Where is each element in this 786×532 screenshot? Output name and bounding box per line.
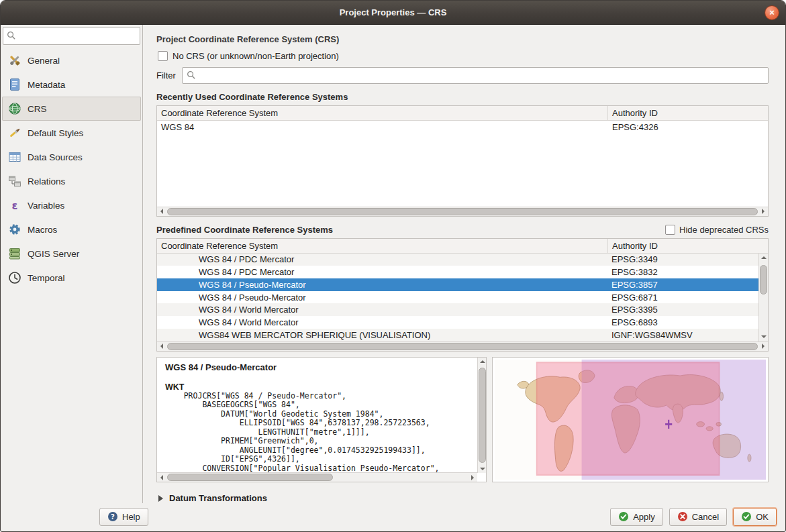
table-icon bbox=[7, 150, 22, 164]
sidebar-item-default-styles[interactable]: Default Styles bbox=[2, 121, 141, 145]
authority-cell: EPSG:6893 bbox=[607, 317, 758, 327]
help-icon: ? bbox=[107, 511, 118, 522]
no-crs-label: No CRS (or unknown/non-Earth projection) bbox=[173, 51, 339, 61]
scroll-left-icon[interactable] bbox=[157, 207, 166, 216]
wkt-text[interactable]: PROJCRS["WGS 84 / Pseudo-Mercator", BASE… bbox=[165, 392, 473, 474]
filter-input[interactable] bbox=[199, 70, 764, 81]
metadata-icon bbox=[7, 77, 22, 92]
sidebar-item-data-sources[interactable]: Data Sources bbox=[2, 145, 141, 169]
relations-icon bbox=[7, 174, 22, 189]
scroll-left-icon[interactable] bbox=[157, 473, 166, 482]
sidebar-search[interactable] bbox=[3, 27, 140, 45]
scrollbar-thumb[interactable] bbox=[167, 208, 758, 215]
sidebar-item-label: Relations bbox=[28, 176, 65, 187]
column-header-authority[interactable]: Authority ID bbox=[608, 106, 768, 120]
search-icon bbox=[187, 70, 195, 81]
sidebar-item-crs[interactable]: CRS bbox=[2, 97, 141, 121]
dialog-button-box: ? Help Apply Cancel OK bbox=[1, 503, 785, 531]
title-bar[interactable]: Project Properties — CRS × bbox=[1, 1, 785, 25]
no-crs-checkbox[interactable] bbox=[158, 51, 168, 61]
scrollbar-thumb[interactable] bbox=[167, 474, 333, 481]
column-header-crs[interactable]: Coordinate Reference System bbox=[157, 239, 608, 253]
recent-crs-table: Coordinate Reference System Authority ID… bbox=[156, 105, 769, 217]
scroll-up-icon[interactable] bbox=[759, 254, 768, 262]
selected-crs-name: WGS 84 / Pseudo-Mercator bbox=[165, 362, 473, 372]
project-properties-dialog: Project Properties — CRS × General bbox=[0, 0, 786, 532]
scroll-right-icon[interactable] bbox=[758, 342, 768, 351]
table-header: Coordinate Reference System Authority ID bbox=[157, 239, 768, 254]
recent-crs-heading: Recently Used Coordinate Reference Syste… bbox=[156, 92, 769, 102]
predefined-crs-table: Coordinate Reference System Authority ID… bbox=[156, 238, 769, 352]
sidebar-item-metadata[interactable]: Metadata bbox=[2, 72, 141, 97]
horizontal-scrollbar[interactable] bbox=[157, 341, 768, 351]
scroll-down-icon[interactable] bbox=[759, 333, 768, 341]
authority-cell: EPSG:4326 bbox=[608, 122, 768, 132]
sidebar-item-label: Data Sources bbox=[28, 152, 83, 162]
column-header-authority[interactable]: Authority ID bbox=[608, 239, 768, 253]
crs-details-panel[interactable]: WGS 84 / Pseudo-Mercator WKT PROJCRS["WG… bbox=[156, 357, 487, 483]
hide-deprecated-checkbox[interactable] bbox=[665, 225, 675, 235]
sidebar-item-macros[interactable]: Macros bbox=[2, 217, 141, 242]
table-row[interactable]: WGS 84 / PDC Mercator EPSG:3349 bbox=[157, 254, 758, 266]
crs-name-cell: WGS 84 / PDC Mercator bbox=[157, 254, 607, 264]
server-icon bbox=[7, 246, 22, 261]
scroll-left-icon[interactable] bbox=[157, 342, 166, 351]
authority-cell: EPSG:3832 bbox=[607, 267, 758, 277]
world-map bbox=[495, 360, 766, 480]
table-body: WGS 84 / PDC Mercator EPSG:3349 WGS 84 /… bbox=[157, 254, 758, 341]
predefined-crs-heading: Predefined Coordinate Reference Systems bbox=[156, 225, 665, 235]
svg-text:ε: ε bbox=[12, 199, 18, 212]
epsilon-icon: ε bbox=[7, 198, 22, 213]
dialog-body: General Metadata bbox=[1, 25, 785, 503]
crs-name-cell: WGS 84 / PDC Mercator bbox=[157, 267, 607, 277]
datum-transformations-expander[interactable]: Datum Transformations bbox=[158, 493, 769, 503]
scrollbar-thumb[interactable] bbox=[760, 265, 767, 295]
sidebar-item-label: Default Styles bbox=[28, 128, 83, 138]
ok-button[interactable]: OK bbox=[733, 508, 777, 526]
sidebar: General Metadata bbox=[1, 25, 143, 503]
vertical-scrollbar[interactable] bbox=[758, 254, 768, 341]
close-icon[interactable]: × bbox=[765, 5, 779, 20]
apply-button-label: Apply bbox=[633, 512, 655, 522]
scrollbar-thumb[interactable] bbox=[479, 368, 486, 464]
cancel-x-icon bbox=[677, 511, 688, 522]
search-icon bbox=[7, 31, 15, 42]
horizontal-scrollbar[interactable] bbox=[157, 207, 768, 216]
wkt-label: WKT bbox=[165, 382, 473, 392]
paintbrush-icon bbox=[7, 125, 22, 140]
apply-button[interactable]: Apply bbox=[610, 508, 663, 526]
sidebar-item-relations[interactable]: Relations bbox=[2, 169, 141, 193]
table-row[interactable]: WGS84 WEB MERCATOR SPHERIQUE (VISUALISAT… bbox=[157, 329, 758, 341]
table-row[interactable]: WGS 84 EPSG:4326 bbox=[157, 121, 768, 134]
sidebar-item-temporal[interactable]: Temporal bbox=[2, 266, 141, 290]
vertical-scrollbar[interactable] bbox=[477, 358, 486, 474]
crs-extent-overlay bbox=[537, 362, 720, 474]
scroll-down-icon[interactable] bbox=[478, 464, 487, 473]
scrollbar-thumb[interactable] bbox=[167, 343, 758, 350]
sidebar-item-general[interactable]: General bbox=[2, 48, 141, 72]
table-row-selected[interactable]: WGS 84 / Pseudo-Mercator EPSG:3857 bbox=[157, 278, 758, 291]
scroll-right-icon[interactable] bbox=[758, 207, 768, 216]
page-title: Project Coordinate Reference System (CRS… bbox=[156, 34, 769, 44]
sidebar-item-label: QGIS Server bbox=[28, 249, 79, 259]
scroll-up-icon[interactable] bbox=[478, 358, 487, 366]
table-header: Coordinate Reference System Authority ID bbox=[157, 106, 768, 121]
sidebar-search-input[interactable] bbox=[18, 31, 136, 41]
table-row[interactable]: WGS 84 / PDC Mercator EPSG:3832 bbox=[157, 266, 758, 278]
crs-name-cell: WGS 84 / World Mercator bbox=[157, 305, 607, 315]
column-header-crs[interactable]: Coordinate Reference System bbox=[157, 106, 608, 120]
horizontal-scrollbar[interactable] bbox=[157, 472, 477, 482]
scroll-right-icon[interactable] bbox=[468, 473, 477, 482]
crs-name-cell: WGS84 WEB MERCATOR SPHERIQUE (VISUALISAT… bbox=[157, 330, 607, 340]
table-row[interactable]: WGS 84 / World Mercator EPSG:6893 bbox=[157, 316, 758, 329]
cancel-button[interactable]: Cancel bbox=[669, 508, 727, 526]
authority-cell: EPSG:6871 bbox=[607, 292, 758, 303]
sidebar-item-qgis-server[interactable]: QGIS Server bbox=[2, 242, 141, 266]
filter-field[interactable] bbox=[182, 67, 769, 84]
sidebar-item-variables[interactable]: ε Variables bbox=[2, 193, 141, 217]
crs-name-cell: WGS 84 / Pseudo-Mercator bbox=[157, 292, 607, 303]
help-button[interactable]: ? Help bbox=[99, 508, 148, 526]
table-row[interactable]: WGS 84 / World Mercator EPSG:3395 bbox=[157, 303, 758, 316]
table-row[interactable]: WGS 84 / Pseudo-Mercator EPSG:6871 bbox=[157, 291, 758, 304]
crs-name-cell: WGS 84 / Pseudo-Mercator bbox=[157, 280, 607, 290]
